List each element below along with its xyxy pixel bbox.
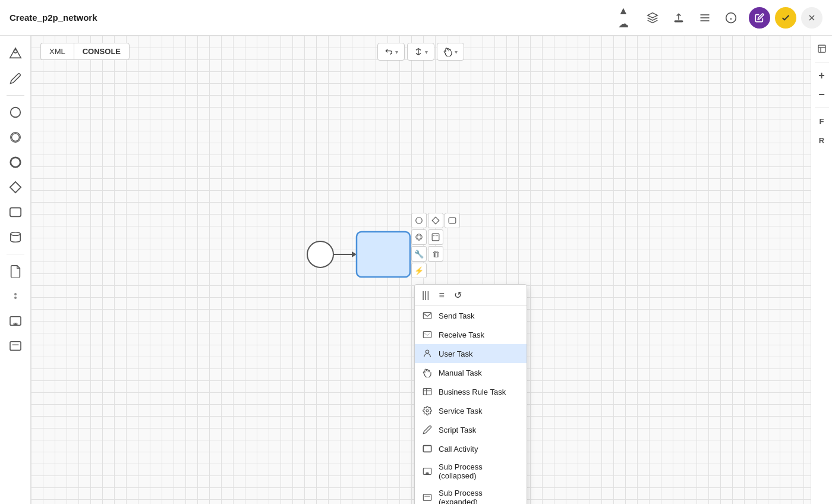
svg-rect-43 xyxy=(423,389,431,395)
ctx-delete-icon[interactable]: 🗑 xyxy=(428,246,443,262)
context-toolbar: 🔧 🗑 ⚡ xyxy=(411,213,460,278)
close-button[interactable] xyxy=(801,7,822,29)
info-icon[interactable] xyxy=(723,10,739,26)
align-button[interactable]: ▾ xyxy=(408,43,434,60)
svg-marker-15 xyxy=(10,182,20,193)
send-task-label: Send Task xyxy=(439,311,474,320)
manual-task-label: Manual Task xyxy=(439,368,482,377)
receive-task-label: Receive Task xyxy=(439,330,484,339)
call-activity-icon xyxy=(422,443,433,454)
svg-rect-47 xyxy=(423,446,431,452)
svg-rect-52 xyxy=(423,494,431,501)
call-activity-label: Call Activity xyxy=(439,445,478,453)
topbar-actions xyxy=(749,7,822,29)
sidebar-separator-1 xyxy=(7,95,24,96)
task-header-list-icon[interactable]: ≡ xyxy=(439,290,444,301)
rs-reset-button[interactable]: R xyxy=(814,132,830,149)
task-item-business-rule[interactable]: Business Rule Task xyxy=(415,382,527,401)
cloud-upload-icon[interactable]: ▲☁ xyxy=(618,10,635,26)
list-icon[interactable] xyxy=(697,10,713,26)
ctx-gateway-icon[interactable] xyxy=(428,213,443,228)
toolbar-group-undo: ▾ xyxy=(377,43,405,61)
ctx-intermediate-event-icon[interactable] xyxy=(411,229,427,245)
align-chevron: ▾ xyxy=(425,49,428,55)
rs-zoom-out-button[interactable]: − xyxy=(814,86,830,103)
task-header-reset-icon[interactable]: ↺ xyxy=(454,289,462,301)
svg-point-37 xyxy=(417,235,421,240)
sidebar-tool-intermediate-event[interactable] xyxy=(5,127,26,148)
user-task-icon xyxy=(422,348,433,359)
task-item-receive[interactable]: Receive Task xyxy=(415,325,527,344)
task-dropdown-header: ||| ≡ ↺ xyxy=(415,285,527,306)
task-item-user[interactable]: User Task xyxy=(415,344,527,363)
tab-xml[interactable]: XML xyxy=(40,43,74,60)
ctx-task-icon[interactable] xyxy=(445,213,460,228)
sidebar-tool-gateway[interactable] xyxy=(5,177,26,198)
hand-tool-button[interactable]: ▾ xyxy=(437,43,464,60)
task-item-manual[interactable]: Manual Task xyxy=(415,363,527,382)
task-type-dropdown: ||| ≡ ↺ Send Task Receive Task xyxy=(414,284,527,504)
toolbar-strip: ▾ ▾ ▾ xyxy=(377,43,464,61)
sidebar-tool-more[interactable] xyxy=(5,285,26,307)
sidebar-tool-shapes[interactable] xyxy=(5,43,26,64)
sidebar-tool-document[interactable] xyxy=(5,260,26,282)
undo-chevron: ▾ xyxy=(395,49,398,55)
ctx-row-extra: ⚡ xyxy=(411,263,460,278)
service-task-label: Service Task xyxy=(439,407,482,415)
sidebar-tool-expanded-subprocess[interactable] xyxy=(5,335,26,357)
rs-zoom-in-button[interactable]: + xyxy=(814,67,830,84)
ctx-lightning-icon[interactable]: ⚡ xyxy=(411,263,427,278)
canvas-area[interactable]: XML CONSOLE ▾ ▾ xyxy=(31,36,811,504)
task-item-send[interactable]: Send Task xyxy=(415,306,527,325)
svg-point-10 xyxy=(14,50,17,53)
svg-point-13 xyxy=(11,134,19,141)
topbar: Create_p2p_network ▲☁ xyxy=(0,0,832,36)
rs-properties-button[interactable] xyxy=(814,40,830,57)
script-task-icon xyxy=(422,424,433,435)
task-item-service[interactable]: Service Task xyxy=(415,401,527,420)
task-item-script[interactable]: Script Task xyxy=(415,420,527,439)
task-header-bars-icon[interactable]: ||| xyxy=(422,290,429,301)
task-item-subprocess-expanded[interactable]: Sub Process (expanded) xyxy=(415,484,527,504)
sidebar-tool-data-store[interactable] xyxy=(5,226,26,248)
tab-bar: XML CONSOLE xyxy=(40,43,130,60)
sidebar-tool-task[interactable] xyxy=(5,201,26,223)
ctx-start-event-icon[interactable] xyxy=(411,213,427,228)
svg-rect-40 xyxy=(423,313,431,319)
svg-marker-34 xyxy=(432,217,439,224)
left-sidebar xyxy=(0,36,31,504)
svg-point-14 xyxy=(10,158,20,168)
ctx-subprocess-icon[interactable] xyxy=(428,229,443,245)
task-item-call-activity[interactable]: Call Activity xyxy=(415,439,527,458)
sidebar-tool-pen[interactable] xyxy=(5,68,26,89)
svg-point-33 xyxy=(416,218,423,224)
rs-fit-button[interactable]: F xyxy=(814,113,830,130)
upload-icon[interactable] xyxy=(670,10,687,26)
rs-separator-2 xyxy=(815,108,829,108)
subprocess-expanded-icon xyxy=(422,492,433,503)
manual-task-icon xyxy=(422,367,433,378)
svg-point-17 xyxy=(10,232,20,236)
receive-task-icon xyxy=(422,329,433,340)
edit-button[interactable] xyxy=(749,7,770,29)
script-task-label: Script Task xyxy=(439,426,476,434)
toolbar-group-hand: ▾ xyxy=(437,43,464,61)
business-rule-task-label: Business Rule Task xyxy=(439,388,506,396)
hand-chevron: ▾ xyxy=(455,49,458,55)
sidebar-tool-start-event[interactable] xyxy=(5,102,26,123)
page-title: Create_p2p_network xyxy=(10,12,609,23)
sidebar-tool-end-event[interactable] xyxy=(5,152,26,173)
svg-rect-22 xyxy=(10,342,21,350)
check-button[interactable] xyxy=(775,7,796,29)
undo-button[interactable]: ▾ xyxy=(378,43,404,60)
tab-console[interactable]: CONSOLE xyxy=(74,43,130,60)
service-task-icon xyxy=(422,405,433,416)
ctx-wrench-icon[interactable]: 🔧 xyxy=(411,246,427,262)
right-sidebar: + − F R xyxy=(811,36,832,504)
svg-rect-16 xyxy=(10,208,20,217)
ctx-row-tools: 🔧 🗑 xyxy=(411,246,460,262)
task-item-subprocess-collapsed[interactable]: Sub Process (collapsed) xyxy=(415,458,527,484)
ctx-row-event-task xyxy=(411,229,460,245)
sidebar-tool-collapsed-subprocess[interactable] xyxy=(5,310,26,332)
cube-icon[interactable] xyxy=(644,10,661,26)
